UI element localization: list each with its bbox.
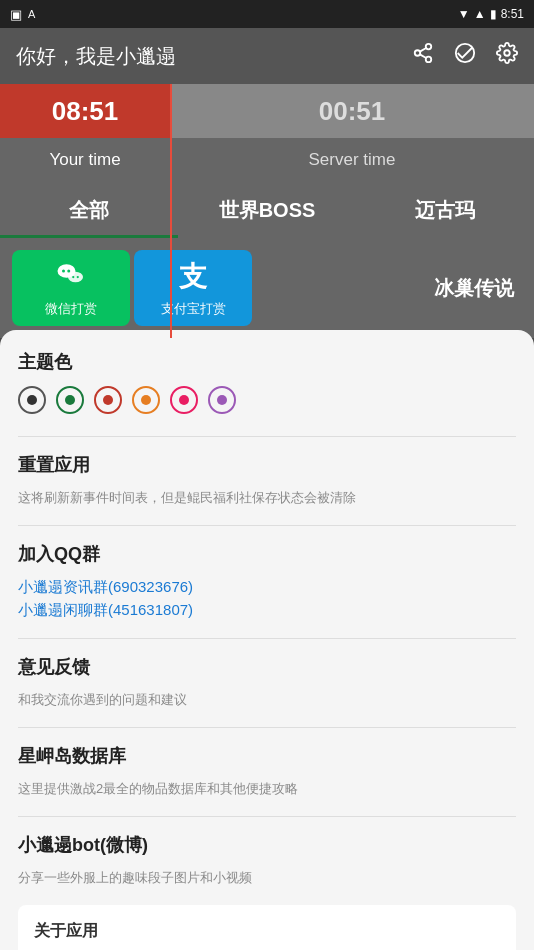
server-time-label: Server time [170, 150, 534, 170]
svg-point-1 [415, 50, 421, 56]
status-right: ▼ ▲ ▮ 8:51 [458, 7, 524, 21]
svg-point-11 [72, 275, 74, 277]
svg-point-9 [67, 269, 70, 272]
divider-2 [18, 525, 516, 526]
svg-point-10 [68, 271, 83, 282]
tab-world-boss[interactable]: 世界BOSS [178, 182, 356, 238]
signal-icon: ▼ [458, 7, 470, 21]
theme-dots [18, 386, 516, 414]
qq-link-2[interactable]: 小邋遢闲聊群(451631807) [18, 601, 516, 620]
about-title: 关于应用 [34, 921, 500, 950]
qq-section: 加入QQ群 小邋遢资讯群(690323676) 小邋遢闲聊群(451631807… [18, 542, 516, 620]
database-section: 星岬岛数据库 这里提供激战2最全的物品数据库和其他便捷攻略 [18, 744, 516, 798]
theme-dot-0[interactable] [18, 386, 46, 414]
svg-point-12 [77, 275, 79, 277]
tab-all[interactable]: 全部 [0, 182, 178, 238]
theme-dot-4[interactable] [170, 386, 198, 414]
theme-dot-3[interactable] [132, 386, 160, 414]
top-content-area: 08:51 00:51 Your time Server time 全部 世界B… [0, 84, 534, 338]
divider-5 [18, 816, 516, 817]
alipay-donate-button[interactable]: 支 支付宝打赏 [134, 250, 252, 326]
bot-section: 小邋遢bot(微博) 分享一些外服上的趣味段子图片和小视频 [18, 833, 516, 887]
wechat-label: 微信打赏 [45, 300, 97, 318]
wechat-donate-button[interactable]: 微信打赏 [12, 250, 130, 326]
svg-point-8 [62, 269, 65, 272]
tabs-row: 全部 世界BOSS 迈古玛 [0, 182, 534, 238]
status-bar: ▣ A ▼ ▲ ▮ 8:51 [0, 0, 534, 28]
reset-title: 重置应用 [18, 453, 516, 477]
status-left: ▣ A [10, 7, 35, 22]
wechat-icon [56, 259, 86, 296]
carrier-label: A [28, 8, 35, 20]
svg-line-4 [420, 48, 426, 52]
reset-section: 重置应用 这将刷新新事件时间表，但是鲲民福利社保存状态会被清除 [18, 453, 516, 507]
qq-title: 加入QQ群 [18, 542, 516, 566]
time-labels-row: Your time Server time [0, 138, 534, 182]
your-time-label: Your time [0, 150, 170, 170]
bottom-sheet: 主题色 重置应用 这将刷新新事件时间表，但是鲲民福利社保存状 [0, 330, 534, 950]
settings-icon[interactable] [496, 42, 518, 70]
battery-icon: ▮ [490, 7, 497, 21]
red-divider [170, 84, 172, 338]
divider-1 [18, 436, 516, 437]
reset-subtitle: 这将刷新新事件时间表，但是鲲民福利社保存状态会被清除 [18, 489, 516, 507]
feedback-title: 意见反馈 [18, 655, 516, 679]
bot-title: 小邋遢bot(微博) [18, 833, 516, 857]
divider-4 [18, 727, 516, 728]
app-bar: 你好，我是小邋遢 [0, 28, 534, 84]
server-time-box: 00:51 [170, 84, 534, 138]
svg-point-0 [426, 44, 432, 50]
app-bar-icons [412, 42, 518, 70]
payment-area: 微信打赏 支 支付宝打赏 冰巢传说 [0, 238, 534, 338]
theme-dot-1[interactable] [56, 386, 84, 414]
divider-3 [18, 638, 516, 639]
theme-title: 主题色 [18, 350, 516, 374]
svg-point-6 [504, 50, 510, 56]
clock: 8:51 [501, 7, 524, 21]
about-card: 关于应用 当前版本：4.31 小邋遢是 Shiny、Gaga 的闲暇作品 星岬岛… [18, 905, 516, 950]
svg-line-3 [420, 54, 426, 58]
your-time-box: 08:51 [0, 84, 170, 138]
bot-subtitle: 分享一些外服上的趣味段子图片和小视频 [18, 869, 516, 887]
wifi-icon: ▲ [474, 7, 486, 21]
feedback-subtitle: 和我交流你遇到的问题和建议 [18, 691, 516, 709]
app-title: 你好，我是小邋遢 [16, 43, 176, 70]
alipay-icon: 支 [179, 258, 207, 296]
db-title: 星岬岛数据库 [18, 744, 516, 768]
task-icon[interactable] [454, 42, 476, 70]
time-row: 08:51 00:51 [0, 84, 534, 138]
feedback-section: 意见反馈 和我交流你遇到的问题和建议 [18, 655, 516, 709]
theme-dot-2[interactable] [94, 386, 122, 414]
share-icon[interactable] [412, 42, 434, 70]
right-content-label: 冰巢传说 [434, 275, 514, 302]
qq-link-1[interactable]: 小邋遢资讯群(690323676) [18, 578, 516, 597]
tab-maiguma[interactable]: 迈古玛 [356, 182, 534, 238]
theme-dot-5[interactable] [208, 386, 236, 414]
carrier-icon: ▣ [10, 7, 22, 22]
svg-point-2 [426, 57, 432, 62]
server-time-value: 00:51 [319, 96, 386, 127]
db-subtitle: 这里提供激战2最全的物品数据库和其他便捷攻略 [18, 780, 516, 798]
your-time-value: 08:51 [52, 96, 119, 127]
theme-section: 主题色 [18, 350, 516, 414]
